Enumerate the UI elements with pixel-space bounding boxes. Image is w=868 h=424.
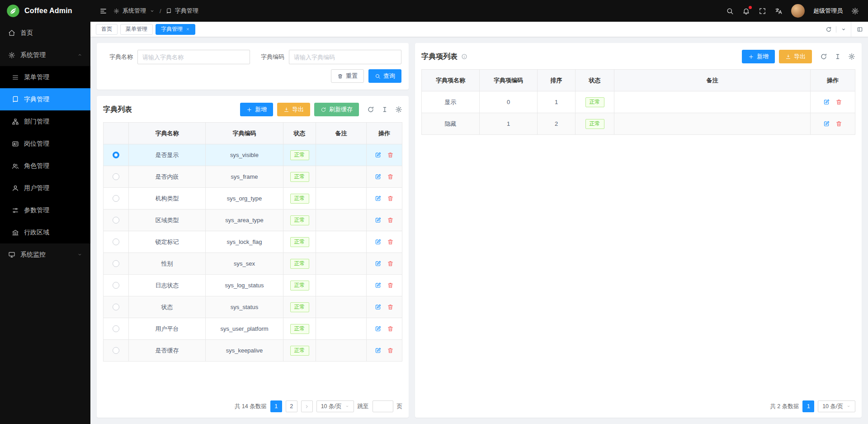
page-1-button[interactable]: 1	[270, 400, 282, 412]
column-settings-icon[interactable]	[834, 53, 841, 60]
row-radio[interactable]	[113, 282, 119, 289]
logo[interactable]: Coffee Admin	[0, 0, 90, 22]
table-row[interactable]: 是否内嵌sys_frame正常	[104, 166, 402, 188]
column-settings-icon[interactable]	[381, 106, 388, 113]
tab-menu[interactable]: 菜单管理	[120, 24, 153, 35]
refresh-table-icon[interactable]	[367, 106, 374, 113]
row-radio[interactable]	[113, 304, 119, 310]
delete-icon[interactable]	[387, 195, 394, 202]
table-settings-icon[interactable]	[848, 53, 855, 60]
username[interactable]: 超级管理员	[813, 7, 843, 15]
page-size-select[interactable]: 10 条/页	[818, 400, 855, 412]
sidebar-item-dict[interactable]: 字典管理	[0, 88, 90, 110]
row-radio[interactable]	[113, 238, 119, 245]
sidebar-item-region[interactable]: 行政区域	[0, 221, 90, 243]
tab-home[interactable]: 首页	[96, 24, 118, 35]
row-radio[interactable]	[113, 195, 119, 202]
table-row[interactable]: 状态sys_status正常	[104, 296, 402, 318]
edit-icon[interactable]	[375, 152, 382, 158]
sidebar-item-param[interactable]: 参数管理	[0, 199, 90, 221]
table-row[interactable]: 日志状态sys_log_status正常	[104, 275, 402, 296]
expand-content-button[interactable]	[851, 22, 868, 37]
row-radio[interactable]	[113, 325, 119, 332]
collapse-sidebar-icon[interactable]	[99, 7, 107, 15]
search-icon[interactable]	[726, 7, 734, 15]
sidebar-item-dept[interactable]: 部门管理	[0, 110, 90, 133]
row-radio[interactable]	[113, 260, 119, 267]
tab-actions-button[interactable]	[836, 22, 851, 37]
delete-icon[interactable]	[387, 260, 394, 267]
sidebar-item-user[interactable]: 用户管理	[0, 177, 90, 199]
table-row[interactable]: 区域类型sys_area_type正常	[104, 210, 402, 231]
sidebar-item-home[interactable]: 首页	[0, 22, 90, 44]
edit-icon[interactable]	[375, 325, 382, 332]
row-radio[interactable]	[113, 217, 119, 224]
settings-gear-icon[interactable]	[851, 7, 859, 15]
page-2-button[interactable]: 2	[286, 400, 297, 412]
close-icon[interactable]	[186, 27, 190, 31]
info-icon[interactable]	[461, 53, 467, 60]
edit-icon[interactable]	[375, 173, 382, 180]
edit-icon[interactable]	[823, 99, 830, 105]
table-row[interactable]: 是否显示sys_visible正常	[104, 144, 402, 166]
table-settings-icon[interactable]	[395, 106, 402, 113]
table-row[interactable]: 锁定标记sys_lock_flag正常	[104, 231, 402, 253]
delete-icon[interactable]	[387, 217, 394, 224]
breadcrumb-item[interactable]: 系统管理	[123, 7, 146, 15]
delete-icon[interactable]	[387, 347, 394, 354]
table-row[interactable]: 是否缓存sys_keepalive正常	[104, 340, 402, 362]
refresh-cache-button[interactable]: 刷新缓存	[314, 103, 359, 116]
delete-icon[interactable]	[387, 304, 394, 310]
edit-icon[interactable]	[375, 304, 382, 310]
dict-items-pagination: 共 2 条数据 1 10 条/页	[421, 395, 855, 412]
dict-code-input[interactable]	[289, 50, 401, 64]
next-page-button[interactable]	[301, 400, 313, 412]
edit-icon[interactable]	[375, 238, 382, 245]
export-dict-items-button[interactable]: 导出	[779, 50, 812, 63]
menu-list-icon	[12, 74, 19, 81]
notifications-button[interactable]	[742, 7, 750, 15]
edit-icon[interactable]	[375, 282, 382, 289]
table-row[interactable]: 显示01正常	[422, 91, 855, 113]
add-dict-item-button[interactable]: 新增	[742, 50, 775, 63]
sidebar-item-monitor[interactable]: 系统监控	[0, 243, 90, 266]
table-row[interactable]: 性别sys_sex正常	[104, 253, 402, 275]
tab-dict[interactable]: 字典管理	[156, 24, 195, 35]
row-radio[interactable]	[113, 152, 119, 158]
edit-icon[interactable]	[375, 260, 382, 267]
edit-icon[interactable]	[375, 347, 382, 354]
jump-page-input[interactable]	[373, 400, 393, 412]
delete-icon[interactable]	[387, 282, 394, 289]
table-row[interactable]: 用户平台sys_user_platform正常	[104, 318, 402, 340]
row-radio[interactable]	[113, 173, 119, 180]
delete-icon[interactable]	[387, 152, 394, 158]
add-dict-button[interactable]: 新增	[240, 103, 273, 116]
sidebar-item-role[interactable]: 角色管理	[0, 155, 90, 177]
sidebar-item-menu[interactable]: 菜单管理	[0, 66, 90, 88]
refresh-tab-button[interactable]	[821, 22, 836, 37]
delete-icon[interactable]	[835, 99, 842, 105]
table-row[interactable]: 机构类型sys_org_type正常	[104, 188, 402, 210]
sidebar-item-system[interactable]: 系统管理	[0, 44, 90, 66]
table-row[interactable]: 隐藏12正常	[422, 113, 855, 135]
edit-icon[interactable]	[375, 195, 382, 202]
fullscreen-icon[interactable]	[759, 7, 766, 15]
delete-icon[interactable]	[835, 120, 842, 127]
delete-icon[interactable]	[387, 325, 394, 332]
delete-icon[interactable]	[387, 238, 394, 245]
query-button[interactable]: 查询	[368, 69, 401, 83]
translate-icon[interactable]	[775, 7, 783, 15]
row-radio[interactable]	[113, 347, 119, 354]
dict-name-input[interactable]	[137, 50, 250, 64]
export-dict-button[interactable]: 导出	[277, 103, 310, 116]
edit-icon[interactable]	[823, 120, 830, 127]
delete-icon[interactable]	[387, 173, 394, 180]
refresh-icon	[321, 107, 326, 113]
edit-icon[interactable]	[375, 217, 382, 224]
page-1-button[interactable]: 1	[802, 400, 814, 412]
page-size-select[interactable]: 10 条/页	[316, 400, 354, 412]
refresh-table-icon[interactable]	[820, 53, 827, 60]
reset-button[interactable]: 重置	[331, 69, 364, 83]
avatar[interactable]	[791, 4, 805, 18]
sidebar-item-post[interactable]: 岗位管理	[0, 133, 90, 155]
